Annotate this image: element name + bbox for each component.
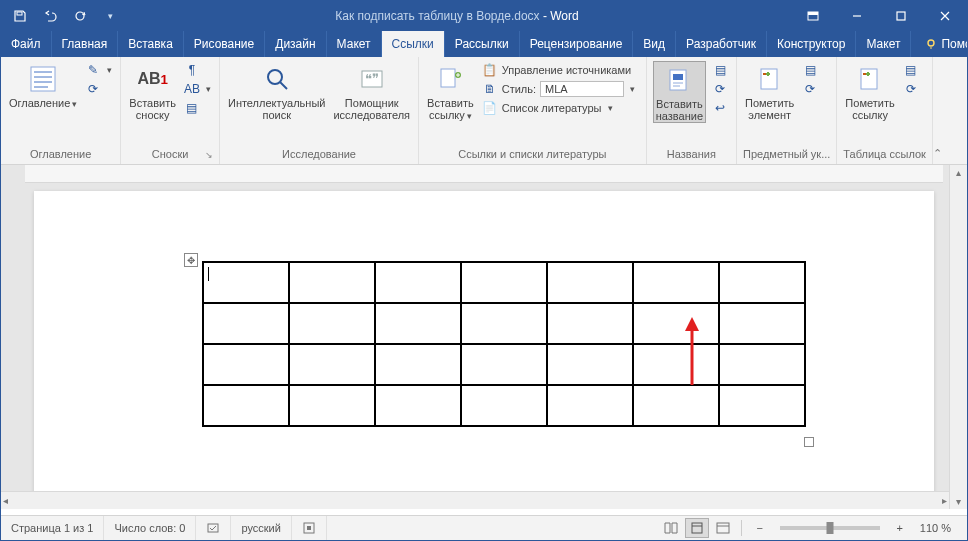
scroll-left-icon[interactable]: ◂ — [3, 495, 8, 506]
read-mode-button[interactable] — [659, 518, 683, 538]
insert-endnote-button[interactable]: ¶ — [182, 61, 213, 79]
cross-reference-button[interactable]: ↩ — [710, 99, 730, 117]
style-selector[interactable]: 🗎Стиль: MLA▾ — [480, 80, 640, 98]
group-index: Пометить элемент ▤ ⟳ Предметный ук... — [737, 57, 837, 164]
style-value[interactable]: MLA — [540, 81, 624, 97]
print-layout-icon — [690, 522, 704, 534]
group-captions: Вставить название ▤ ⟳ ↩ Названия — [647, 57, 737, 164]
undo-icon[interactable] — [37, 3, 63, 29]
update-index-icon: ⟳ — [802, 81, 818, 97]
style-icon: 🗎 — [482, 81, 498, 97]
language-button[interactable]: русский — [231, 516, 291, 540]
svg-point-1 — [76, 12, 84, 20]
web-layout-icon — [716, 522, 730, 534]
manage-sources-label: Управление источниками — [502, 64, 631, 76]
group-toa: Пометить ссылку ▤ ⟳ Таблица ссылок — [837, 57, 933, 164]
zoom-out-button[interactable]: − — [748, 518, 772, 538]
insert-citation-button[interactable]: Вставить ссылку▾ — [425, 61, 476, 122]
group-toa-label: Таблица ссылок — [843, 148, 926, 160]
svg-rect-3 — [808, 12, 818, 15]
ribbon-tabs: Файл Главная Вставка Рисование Дизайн Ма… — [1, 31, 967, 57]
update-toc-button[interactable]: ⟳ — [83, 80, 114, 98]
tab-view[interactable]: Вид — [633, 31, 676, 57]
save-icon[interactable] — [7, 3, 33, 29]
figure-table-icon: ▤ — [712, 62, 728, 78]
zoom-slider[interactable] — [780, 526, 880, 530]
footnotes-launcher-icon[interactable]: ↘ — [205, 150, 213, 160]
update-figures-icon: ⟳ — [712, 81, 728, 97]
svg-point-6 — [928, 40, 934, 46]
document-table[interactable] — [202, 261, 806, 427]
mark-entry-icon — [754, 63, 786, 95]
ribbon-display-icon[interactable] — [791, 1, 835, 31]
tab-table-design[interactable]: Конструктор — [767, 31, 856, 57]
svg-rect-18 — [441, 69, 455, 87]
tell-me-label: Помощн — [941, 37, 968, 51]
tab-insert[interactable]: Вставка — [118, 31, 184, 57]
page[interactable]: ✥ — [34, 191, 934, 501]
web-layout-button[interactable] — [711, 518, 735, 538]
qat-customize-icon[interactable]: ▾ — [97, 3, 123, 29]
bibliography-button[interactable]: 📄Список литературы▾ — [480, 99, 640, 117]
mark-entry-button[interactable]: Пометить элемент — [743, 61, 796, 121]
ruler[interactable] — [25, 165, 943, 183]
update-toa-button[interactable]: ⟳ — [901, 80, 921, 98]
next-footnote-button[interactable]: AB▾ — [182, 80, 213, 98]
tab-layout[interactable]: Макет — [327, 31, 382, 57]
word-count[interactable]: Число слов: 0 — [104, 516, 196, 540]
insert-figure-table-button[interactable]: ▤ — [710, 61, 730, 79]
collapse-ribbon-icon[interactable]: ⌃ — [933, 57, 948, 164]
mark-citation-button[interactable]: Пометить ссылку — [843, 61, 896, 121]
tab-developer[interactable]: Разработчик — [676, 31, 767, 57]
insert-footnote-button[interactable]: AB1 Вставить сноску — [127, 61, 178, 121]
researcher-icon: ❝❞ — [356, 63, 388, 95]
tab-references[interactable]: Ссылки — [382, 31, 445, 57]
insert-caption-button[interactable]: Вставить название — [653, 61, 706, 123]
scroll-right-icon[interactable]: ▸ — [942, 495, 947, 506]
update-figures-button[interactable]: ⟳ — [710, 80, 730, 98]
tab-file[interactable]: Файл — [1, 31, 52, 57]
redo-icon[interactable] — [67, 3, 93, 29]
smart-lookup-label: Интеллектуальный поиск — [228, 97, 325, 121]
next-footnote-icon: AB — [184, 81, 200, 97]
macro-button[interactable] — [292, 516, 327, 540]
tab-home[interactable]: Главная — [52, 31, 119, 57]
zoom-in-button[interactable]: + — [888, 518, 912, 538]
update-index-button[interactable]: ⟳ — [800, 80, 820, 98]
print-layout-button[interactable] — [685, 518, 709, 538]
close-icon[interactable] — [923, 1, 967, 31]
smart-lookup-button[interactable]: Интеллектуальный поиск — [226, 61, 327, 121]
researcher-button[interactable]: ❝❞ Помощник исследователя — [331, 61, 412, 121]
scroll-down-icon[interactable]: ▾ — [956, 496, 961, 507]
spelling-button[interactable] — [196, 516, 231, 540]
horizontal-scrollbar[interactable]: ◂▸ — [1, 491, 949, 509]
svg-rect-36 — [208, 524, 218, 532]
insert-toa-button[interactable]: ▤ — [901, 61, 921, 79]
style-label: Стиль: — [502, 83, 536, 95]
scroll-up-icon[interactable]: ▴ — [956, 167, 961, 178]
page-count[interactable]: Страница 1 из 1 — [1, 516, 104, 540]
cross-ref-icon: ↩ — [712, 100, 728, 116]
tab-table-layout[interactable]: Макет — [856, 31, 911, 57]
minimize-icon[interactable] — [835, 1, 879, 31]
vertical-scrollbar[interactable]: ▴▾ — [949, 165, 967, 509]
add-text-button[interactable]: ✎▾ — [83, 61, 114, 79]
svg-line-15 — [280, 82, 287, 89]
tab-draw[interactable]: Рисование — [184, 31, 265, 57]
table-resize-handle-icon[interactable] — [804, 437, 814, 447]
manage-sources-button[interactable]: 📋Управление источниками — [480, 61, 640, 79]
toc-button[interactable]: Оглавление▾ — [7, 61, 79, 110]
tab-review[interactable]: Рецензирование — [520, 31, 634, 57]
show-notes-button[interactable]: ▤ — [182, 99, 213, 117]
footnote-icon: AB1 — [137, 63, 169, 95]
window-title: Как подписать таблицу в Ворде.docx - Wor… — [123, 9, 791, 23]
maximize-icon[interactable] — [879, 1, 923, 31]
group-citations: Вставить ссылку▾ 📋Управление источниками… — [419, 57, 647, 164]
insert-index-button[interactable]: ▤ — [800, 61, 820, 79]
tab-mailings[interactable]: Рассылки — [445, 31, 520, 57]
insert-footnote-label: Вставить сноску — [129, 97, 176, 121]
tell-me-button[interactable]: Помощн — [919, 31, 968, 57]
tab-design[interactable]: Дизайн — [265, 31, 326, 57]
zoom-level[interactable]: 110 % — [914, 522, 957, 534]
table-move-handle-icon[interactable]: ✥ — [184, 253, 198, 267]
